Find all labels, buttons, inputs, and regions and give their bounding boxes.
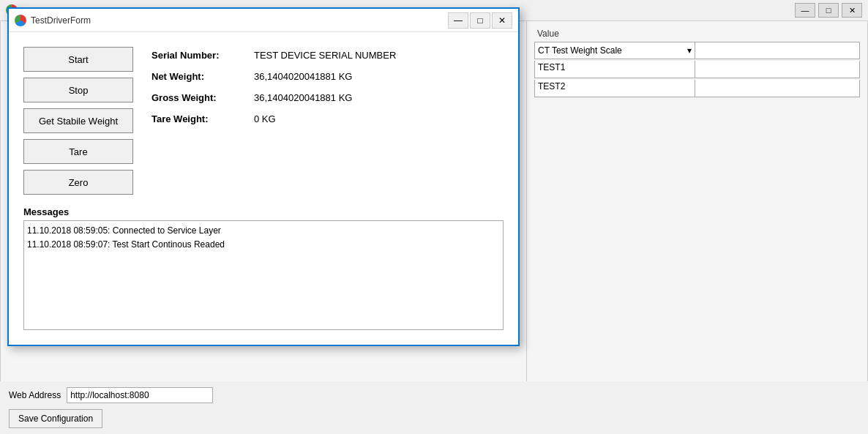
- test1-value-cell: [695, 61, 860, 78]
- dialog-info-column: Serial Number: TEST DEVICE SERIAL NUMBER…: [151, 47, 504, 195]
- stop-button[interactable]: Stop: [23, 78, 133, 102]
- value-column-label: Value: [534, 29, 860, 39]
- device-dropdown-value: CT Test Weight Scale: [538, 45, 622, 56]
- messages-box[interactable]: 11.10.2018 08:59:05: Connected to Servic…: [23, 220, 504, 330]
- dialog-buttons-column: Start Stop Get Stabile Weight Tare Zero: [23, 47, 137, 195]
- zero-button[interactable]: Zero: [23, 170, 133, 195]
- tare-weight-label: Tare Weight:: [151, 113, 254, 124]
- messages-label: Messages: [23, 206, 504, 217]
- test1-cell: TEST1: [534, 61, 695, 78]
- test2-value-cell: [695, 80, 860, 97]
- test2-cell: TEST2: [534, 80, 695, 97]
- serial-number-label: Serial Number:: [151, 50, 254, 61]
- save-configuration-button[interactable]: Save Configuration: [9, 409, 102, 428]
- test2-row: TEST2: [534, 80, 860, 97]
- bottom-area: Web Address Save Configuration: [0, 381, 868, 434]
- get-stable-weight-button[interactable]: Get Stabile Weight: [23, 108, 133, 133]
- dropdown-row: CT Test Weight Scale ▾: [534, 42, 860, 59]
- web-address-label: Web Address: [9, 390, 61, 400]
- web-address-input[interactable]: [67, 387, 213, 403]
- dialog-maximize-button[interactable]: □: [470, 12, 490, 29]
- test-driver-dialog: TestDriverForm — □ ✕ Start Stop: [7, 7, 520, 346]
- dialog-ct-logo: [15, 15, 26, 26]
- main-window: CompuTec Gateway Manager — □ ✕ Value CT …: [0, 0, 868, 434]
- main-titlebar-controls: — □ ✕: [795, 3, 862, 18]
- dialog-minimize-button[interactable]: —: [448, 12, 468, 29]
- messages-section: Messages 11.10.2018 08:59:05: Connected …: [23, 206, 504, 330]
- tare-weight-value: 0 KG: [254, 113, 276, 124]
- device-dropdown[interactable]: CT Test Weight Scale ▾: [534, 42, 695, 59]
- dropdown-value-input[interactable]: [695, 42, 860, 59]
- net-weight-row: Net Weight: 36,1404020041881 KG: [151, 71, 504, 82]
- tare-button[interactable]: Tare: [23, 139, 133, 164]
- gross-weight-row: Gross Weight: 36,1404020041881 KG: [151, 92, 504, 103]
- tare-weight-row: Tare Weight: 0 KG: [151, 113, 504, 124]
- start-button[interactable]: Start: [23, 47, 133, 72]
- dialog-logo-icon: [15, 15, 26, 26]
- message-line-2: 11.10.2018 08:59:07: Test Start Continou…: [27, 238, 500, 252]
- main-minimize-button[interactable]: —: [795, 3, 815, 18]
- right-panel: Value CT Test Weight Scale ▾ TEST1 TEST2: [527, 20, 868, 434]
- gross-weight-value: 36,1404020041881 KG: [254, 92, 352, 103]
- dialog-titlebar: TestDriverForm — □ ✕: [9, 9, 518, 32]
- dialog-controls: — □ ✕: [448, 12, 512, 29]
- web-address-row: Web Address: [9, 387, 859, 403]
- net-weight-value: 36,1404020041881 KG: [254, 71, 352, 82]
- main-maximize-button[interactable]: □: [818, 3, 839, 18]
- message-line-1: 11.10.2018 08:59:05: Connected to Servic…: [27, 224, 500, 238]
- net-weight-label: Net Weight:: [151, 71, 254, 82]
- serial-number-row: Serial Number: TEST DEVICE SERIAL NUMBER: [151, 50, 504, 61]
- dropdown-arrow-icon: ▾: [687, 45, 692, 56]
- dialog-top-section: Start Stop Get Stabile Weight Tare Zero: [23, 47, 504, 195]
- dialog-content: Start Stop Get Stabile Weight Tare Zero: [9, 32, 518, 345]
- gross-weight-label: Gross Weight:: [151, 92, 254, 103]
- test1-row: TEST1: [534, 61, 860, 78]
- dialog-title: TestDriverForm: [31, 15, 91, 26]
- serial-number-value: TEST DEVICE SERIAL NUMBER: [254, 50, 396, 61]
- dialog-close-button[interactable]: ✕: [492, 12, 512, 29]
- main-close-button[interactable]: ✕: [842, 3, 862, 18]
